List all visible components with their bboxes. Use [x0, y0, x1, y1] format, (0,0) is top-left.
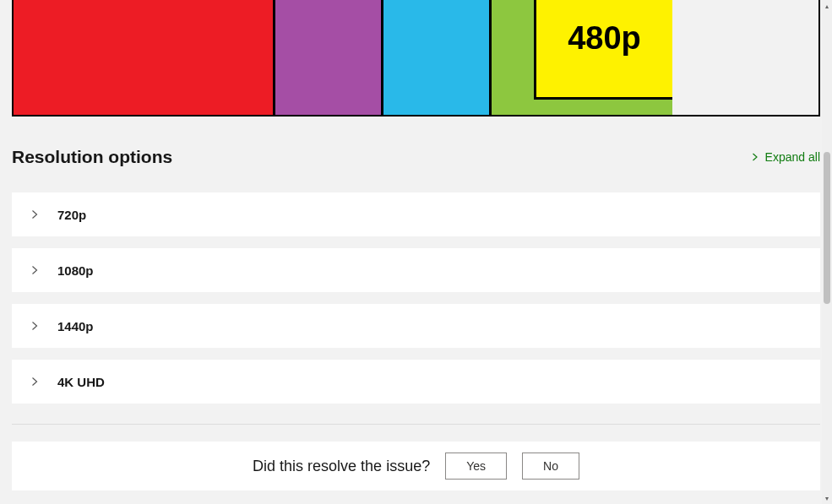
chevron-right-icon	[29, 264, 41, 276]
bar-purple	[275, 0, 383, 115]
yes-button[interactable]: Yes	[445, 453, 507, 480]
bar-green: 480p	[492, 0, 672, 115]
bar-red	[14, 0, 275, 115]
scrollbar-thumb[interactable]	[824, 152, 830, 304]
scrollbar-arrow-up-icon[interactable]: ▴	[822, 0, 832, 12]
section-title: Resolution options	[12, 147, 172, 167]
accordion-label: 4K UHD	[57, 375, 105, 389]
chevron-right-icon	[29, 376, 41, 387]
feedback-question: Did this resolve the issue?	[253, 458, 430, 475]
scrollbar-arrow-down-icon[interactable]: ▾	[822, 492, 832, 504]
accordion-label: 1440p	[57, 319, 94, 333]
accordion-list: 720p 1080p 1440p 4K UHD	[12, 192, 820, 404]
feedback-card: Did this resolve the issue? Yes No	[12, 442, 820, 490]
no-button[interactable]: No	[522, 453, 579, 480]
resolution-diagram: 480p	[12, 0, 820, 117]
accordion-item-4k-uhd[interactable]: 4K UHD	[12, 360, 820, 404]
accordion-item-1080p[interactable]: 1080p	[12, 248, 820, 292]
chevron-right-icon	[750, 152, 760, 162]
accordion-item-720p[interactable]: 720p	[12, 192, 820, 236]
accordion-label: 1080p	[57, 263, 94, 278]
scrollbar-track[interactable]: ▴ ▾	[822, 0, 832, 504]
chevron-right-icon	[29, 209, 41, 220]
expand-all-label: Expand all	[765, 150, 820, 164]
chevron-right-icon	[29, 320, 41, 332]
expand-all-button[interactable]: Expand all	[750, 150, 820, 164]
bar-yellow-480p: 480p	[534, 0, 672, 100]
accordion-label: 720p	[57, 208, 86, 222]
divider	[12, 424, 820, 425]
accordion-item-1440p[interactable]: 1440p	[12, 304, 820, 348]
bar-cyan	[383, 0, 492, 115]
yellow-label: 480p	[568, 20, 641, 57]
